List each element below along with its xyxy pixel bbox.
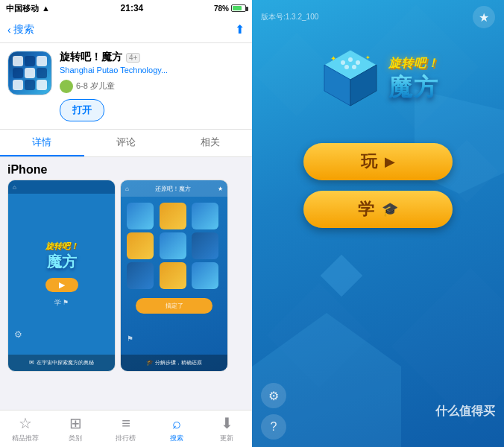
ss2-cube-5 [160, 232, 186, 259]
svg-point-4 [348, 57, 353, 62]
cube-grid [13, 56, 47, 90]
toolbar-featured[interactable]: ☆ 精品推荐 [0, 414, 51, 443]
help-button[interactable]: ? [261, 414, 286, 440]
play-icon: ▶ [385, 153, 395, 170]
screenshot-2[interactable]: ⌂ 还原吧！魔方 ★ 搞定了 ⚑ 🎓 分解步骤，精确还原 [120, 180, 228, 372]
favorite-button[interactable]: ★ [473, 6, 495, 28]
ss2-bottom-icon: ⚑ [127, 335, 133, 343]
tab-related[interactable]: 相关 [168, 130, 252, 156]
diamond-bg-4 [266, 282, 371, 387]
tab-detail[interactable]: 详情 [0, 130, 84, 156]
play-button[interactable]: 玩 ▶ [303, 143, 453, 180]
help-icon: ? [271, 420, 277, 434]
list-toolbar-icon: ≡ [122, 415, 130, 432]
ss1-bottom-text: 在宇宙中探索魔方的奥秘 [37, 360, 94, 365]
ss2-cube-3 [192, 203, 218, 229]
app-age: 6-8 岁儿童 [76, 80, 115, 92]
bottom-toolbar: ☆ 精品推荐 ⊞ 类别 ≡ 排行榜 ⌕ 搜索 ⬇ 更新 [0, 410, 252, 447]
wifi-icon: ▲ [42, 4, 50, 13]
search-toolbar-icon: ⌕ [172, 415, 181, 432]
toolbar-search[interactable]: ⌕ 搜索 [151, 415, 202, 443]
ss1-top-bar: ⌂ [8, 180, 115, 194]
ss2-cubes-grid [121, 197, 227, 295]
app-icon [7, 51, 52, 95]
ss1-nav-icon: ⌂ [13, 184, 16, 191]
right-top-bar: 版本号:1.3.2_100 ★ [252, 0, 504, 31]
left-panel: 中国移动 ▲ 21:34 78% ‹ 搜索 ⬆ [0, 0, 252, 447]
star-toolbar-icon: ☆ [19, 414, 32, 432]
back-label: 搜索 [13, 23, 34, 37]
toolbar-update[interactable]: ⬇ 更新 [201, 414, 252, 443]
diamond-bg-6 [321, 255, 363, 297]
open-button[interactable]: 打开 [60, 99, 104, 121]
ss2-header: ⌂ 还原吧！魔方 ★ [121, 180, 227, 197]
app-tabs: 详情 评论 相关 [0, 130, 252, 157]
svg-point-5 [356, 60, 360, 65]
svg-point-6 [344, 65, 349, 69]
cube-dot [25, 80, 35, 90]
battery-fill [233, 6, 242, 10]
battery-percent: 78% [214, 4, 229, 13]
toolbar-featured-label: 精品推荐 [12, 434, 39, 443]
app-info: 旋转吧！魔方 4+ Shanghai Putao Technology... 6… [60, 51, 245, 121]
ss2-title: 还原吧！魔方 [129, 185, 218, 193]
toolbar-categories[interactable]: ⊞ 类别 [51, 414, 101, 443]
settings-button[interactable]: ⚙ [261, 383, 286, 408]
grid-toolbar-icon: ⊞ [69, 414, 82, 432]
game-logo: ✦ ✦ 旋转吧！ 魔方 [317, 46, 439, 113]
game-logo-area: ✦ ✦ 旋转吧！ 魔方 [252, 31, 504, 121]
chevron-left-icon: ‹ [7, 24, 11, 36]
app-title-row: 旋转吧！魔方 4+ [60, 51, 245, 64]
tab-review[interactable]: 评论 [84, 130, 168, 156]
time-display: 21:34 [121, 3, 144, 13]
cube-dot [37, 56, 47, 66]
ss2-cube-8 [160, 262, 186, 289]
app-rating: 4+ [126, 53, 140, 63]
cube-dot [13, 80, 23, 90]
toolbar-search-label: 搜索 [170, 434, 183, 443]
learn-button-text: 学 [358, 198, 374, 221]
logo-cube-svg: ✦ ✦ [317, 46, 384, 113]
app-header: 旋转吧！魔方 4+ Shanghai Putao Technology... 6… [0, 43, 252, 130]
svg-text:✦: ✦ [365, 54, 371, 61]
cube-dot [13, 68, 23, 78]
cube-dot [37, 68, 47, 78]
ss1-gear-icon: ⚙ [14, 329, 22, 340]
watermark-text: 什么值得买 [435, 404, 495, 419]
buttons-area: 玩 ▶ 学 🎓 [252, 121, 504, 243]
cube-dot [13, 56, 23, 66]
app-developer[interactable]: Shanghai Putao Technology... [60, 66, 245, 74]
learn-button[interactable]: 学 🎓 [303, 191, 453, 228]
ss2-cube-6 [192, 232, 218, 259]
ss1-content: 旋转吧！ 魔方 ▶ 学 ⚑ ⚙ [8, 194, 115, 355]
svg-point-3 [341, 60, 345, 65]
ss2-bottom-banner: 🎓 分解步骤，精确还原 [121, 355, 227, 371]
screenshot-1[interactable]: ⌂ 旋转吧！ 魔方 ▶ 学 ⚑ ⚙ ✉ 在宇宙中探索魔方的奥秘 [7, 180, 116, 372]
back-button[interactable]: ‹ 搜索 [7, 23, 34, 37]
ss1-play-button: ▶ [45, 278, 78, 292]
right-panel: 版本号:1.3.2_100 ★ [252, 0, 504, 447]
share-button[interactable]: ⬆ [235, 22, 245, 37]
ss2-bottom-text: 分解步骤，精确还原 [155, 360, 202, 365]
app-name: 旋转吧！魔方 [60, 51, 122, 64]
cube-dot [37, 80, 47, 90]
developer-avatar [60, 80, 73, 93]
cube-dot [25, 56, 35, 66]
ss1-logo: 旋转吧！ 魔方 [45, 241, 78, 272]
toolbar-top-label: 排行榜 [116, 434, 136, 443]
ss2-cube-2 [160, 203, 186, 229]
cube-dot [25, 68, 35, 78]
download-toolbar-icon: ⬇ [221, 414, 233, 432]
ss1-logo-line1: 旋转吧！ [45, 241, 78, 252]
ss1-bottom-banner: ✉ 在宇宙中探索魔方的奥秘 [8, 355, 115, 371]
toolbar-top[interactable]: ≡ 排行榜 [101, 415, 151, 443]
logo-line1: 旋转吧！ [388, 56, 439, 72]
ss2-cube-1 [127, 203, 154, 229]
app-icon-inner [9, 52, 51, 94]
svg-text:✦: ✦ [330, 54, 336, 63]
bottom-icons: ⚙ ? [261, 383, 286, 440]
right-bottom: ⚙ ? 什么值得买 [252, 375, 504, 447]
version-text: 版本号:1.3.2_100 [261, 12, 318, 22]
iphone-section-label: iPhone [0, 157, 252, 180]
logo-text-area: 旋转吧！ 魔方 [388, 56, 439, 104]
